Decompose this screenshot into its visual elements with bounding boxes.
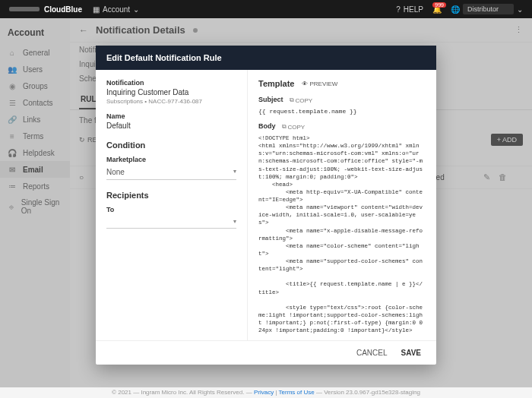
copy-label: COPY <box>296 97 313 104</box>
brand-text: CloudBlue <box>44 5 82 14</box>
globe-icon: 🌐 <box>451 5 460 14</box>
name-label: Name <box>106 112 236 120</box>
chevron-down-icon: ▾ <box>233 218 236 225</box>
name-value: Default <box>106 122 236 130</box>
account-menu-label: Account <box>103 5 130 14</box>
notifications-bell[interactable]: 🔔 999 <box>432 5 442 14</box>
footer-copyright: © 2021 — Ingram Micro Inc. All Rights Re… <box>112 389 252 396</box>
recipients-title: Recipients <box>106 191 236 200</box>
eye-icon: 👁 <box>302 81 308 87</box>
to-label: To <box>106 206 236 213</box>
preview-button[interactable]: 👁PREVIEW <box>302 81 337 87</box>
help-icon: ? <box>396 5 401 14</box>
body-label: Body <box>258 122 276 130</box>
modal: Edit Default Notification Rule Notificat… <box>96 46 436 365</box>
notifications-badge: 999 <box>432 2 446 8</box>
copy-icon: ⧉ <box>282 123 287 131</box>
notification-sub: Subscriptions • NACC-977-436-087 <box>106 98 236 105</box>
subject-label: Subject <box>258 96 283 103</box>
modal-right-panel: Template 👁PREVIEW Subject ⧉COPY {{ reque… <box>248 70 436 340</box>
copy-body-button[interactable]: ⧉COPY <box>282 123 306 131</box>
notification-value: Inquiring Customer Data <box>106 88 236 96</box>
modal-left-panel: Notification Inquiring Customer Data Sub… <box>96 70 248 340</box>
account-menu[interactable]: ▦ Account ⌄ <box>93 5 139 14</box>
footer-privacy-link[interactable]: Privacy <box>254 389 274 396</box>
body-code[interactable]: <!DOCTYPE html> <html xmlns="http://www.… <box>258 134 426 340</box>
template-title: Template <box>258 79 294 88</box>
help-label: HELP <box>404 5 423 14</box>
chevron-down-icon: ⌄ <box>517 5 523 14</box>
role-label: Distributor <box>463 4 514 14</box>
copy-icon: ⧉ <box>290 96 294 104</box>
footer: © 2021 — Ingram Micro Inc. All Rights Re… <box>0 387 532 398</box>
footer-version: — Version 23.0.967-gd15e328-staging <box>316 389 420 396</box>
brand-logo-rect <box>9 7 40 11</box>
locale-menu[interactable]: 🌐 Distributor ⌄ <box>451 4 523 14</box>
save-button[interactable]: SAVE <box>401 349 422 357</box>
copy-subject-button[interactable]: ⧉COPY <box>290 96 313 104</box>
marketplace-value: None <box>106 168 125 176</box>
copy-label: COPY <box>288 124 306 131</box>
topbar: CloudBlue ▦ Account ⌄ ? HELP 🔔 999 🌐 Dis… <box>0 0 532 18</box>
to-select[interactable]: ▾ <box>106 215 236 229</box>
modal-overlay: Edit Default Notification Rule Notificat… <box>0 18 532 387</box>
cancel-button[interactable]: CANCEL <box>356 349 388 357</box>
condition-title: Condition <box>106 141 236 150</box>
marketplace-select[interactable]: None ▾ <box>106 165 236 180</box>
footer-terms-link[interactable]: Terms of Use <box>279 389 315 396</box>
notification-label: Notification <box>106 79 236 87</box>
preview-label: PREVIEW <box>309 81 337 87</box>
help-link[interactable]: ? HELP <box>396 5 423 14</box>
grid-icon: ▦ <box>93 5 100 14</box>
marketplace-label: Marketplace <box>106 156 236 163</box>
modal-footer: CANCEL SAVE <box>96 340 436 365</box>
chevron-down-icon: ⌄ <box>133 5 139 14</box>
modal-title: Edit Default Notification Rule <box>96 46 436 70</box>
chevron-down-icon: ▾ <box>233 168 236 176</box>
subject-value[interactable]: {{ request.template.name }} <box>258 108 426 115</box>
